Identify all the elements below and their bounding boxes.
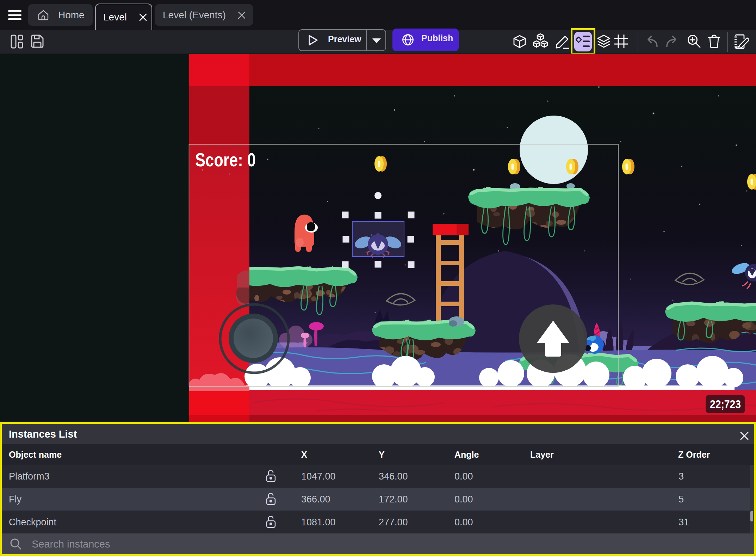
svg-text:Score: 0: Score: 0 xyxy=(195,149,256,170)
svg-text:22;723: 22;723 xyxy=(710,398,741,410)
